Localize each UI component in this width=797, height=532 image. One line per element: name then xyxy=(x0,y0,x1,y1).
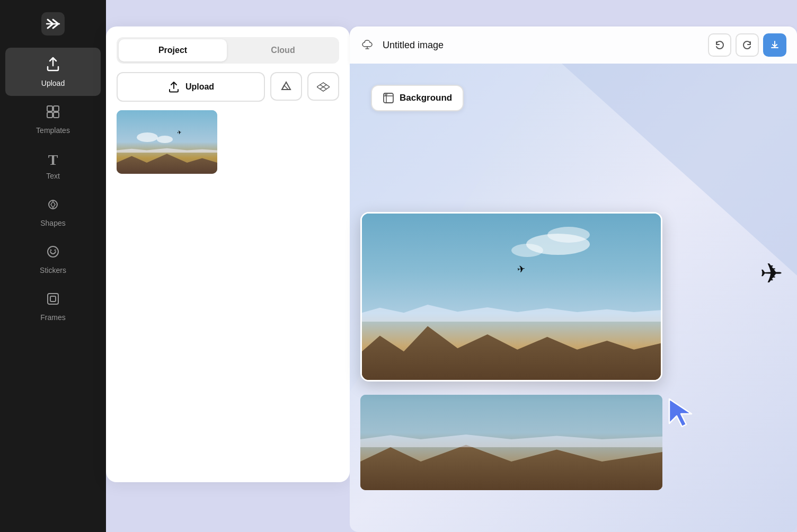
thumbnail-snow xyxy=(117,148,217,153)
app-logo xyxy=(40,11,66,37)
panel-tabs: Project Cloud xyxy=(117,37,339,64)
text-icon: T xyxy=(48,152,58,169)
tab-project[interactable]: Project xyxy=(119,39,227,61)
document-cloud-icon xyxy=(360,38,374,52)
image-thumbnail[interactable]: ✈ xyxy=(117,110,217,174)
frames-icon xyxy=(46,291,60,310)
thumbnail-airplane-icon: ✈ xyxy=(176,129,182,135)
upload-icon xyxy=(45,56,61,76)
header-actions xyxy=(708,33,786,57)
main-sky-scene: ✈ xyxy=(362,214,661,380)
main-airplane-icon: ✈ xyxy=(517,263,526,276)
upload-btn-icon xyxy=(167,81,180,93)
background-btn-icon xyxy=(383,92,394,104)
svg-rect-3 xyxy=(54,106,59,111)
stickers-icon xyxy=(46,244,60,263)
upload-button[interactable]: Upload xyxy=(117,72,265,102)
cursor-arrow xyxy=(667,397,694,426)
sidebar-item-stickers[interactable]: Stickers xyxy=(0,236,106,283)
sidebar-item-frames[interactable]: Frames xyxy=(0,283,106,330)
canvas-main-image[interactable]: ✈ xyxy=(360,212,662,382)
export-button[interactable] xyxy=(763,33,786,57)
svg-point-9 xyxy=(55,250,56,251)
canvas-bottom-image xyxy=(360,395,662,490)
svg-rect-15 xyxy=(385,94,386,96)
svg-rect-10 xyxy=(48,294,58,304)
sidebar-item-templates-label: Templates xyxy=(36,126,70,135)
sidebar-item-text[interactable]: T Text xyxy=(0,143,106,189)
svg-rect-4 xyxy=(47,112,52,118)
thumbnail-mountain xyxy=(117,152,217,174)
upload-panel: Project Cloud Upload xyxy=(106,26,350,482)
svg-rect-5 xyxy=(54,112,59,118)
thumbnail-sky: ✈ xyxy=(117,110,217,174)
header-bar: Untitled image xyxy=(350,26,797,64)
background-btn-label: Background xyxy=(400,93,452,103)
google-drive-button[interactable] xyxy=(270,72,302,101)
sidebar-item-frames-label: Frames xyxy=(40,313,65,322)
upload-controls: Upload xyxy=(117,72,339,102)
partial-airplane-right: ✈ xyxy=(760,260,797,287)
sidebar-item-upload-label: Upload xyxy=(41,79,65,87)
svg-rect-11 xyxy=(50,296,56,302)
sidebar-item-templates[interactable]: Templates xyxy=(0,96,106,143)
background-button[interactable]: Background xyxy=(371,85,464,111)
templates-icon xyxy=(46,104,60,123)
sidebar: Upload Templates T Text Shapes xyxy=(0,0,106,532)
bottom-sky-scene xyxy=(360,395,662,490)
document-title: Untitled image xyxy=(383,40,699,51)
sidebar-item-shapes[interactable]: Shapes xyxy=(0,189,106,236)
redo-button[interactable] xyxy=(736,33,759,57)
sidebar-item-stickers-label: Stickers xyxy=(40,266,66,274)
sidebar-item-upload[interactable]: Upload xyxy=(5,48,101,96)
dropbox-button[interactable] xyxy=(307,72,339,101)
sidebar-item-text-label: Text xyxy=(46,172,60,180)
tab-cloud[interactable]: Cloud xyxy=(229,39,337,61)
shapes-icon xyxy=(46,197,60,216)
sidebar-item-shapes-label: Shapes xyxy=(40,219,65,227)
svg-point-7 xyxy=(48,246,58,257)
svg-point-8 xyxy=(50,250,52,251)
upload-btn-label: Upload xyxy=(185,82,214,92)
svg-rect-2 xyxy=(47,106,52,111)
undo-button[interactable] xyxy=(708,33,731,57)
